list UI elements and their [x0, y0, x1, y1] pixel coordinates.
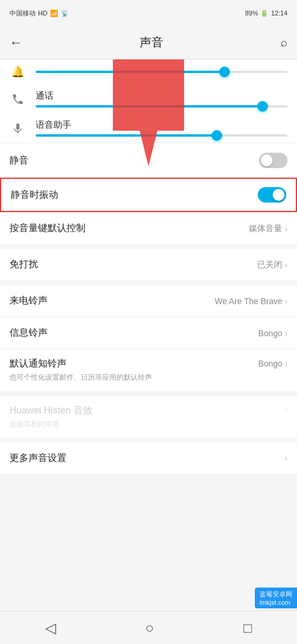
default-notification-sublabel: 也可个性化设置邮件、日历等应用的默认铃声: [10, 372, 176, 383]
call-slider-content: 通话: [36, 90, 287, 108]
default-notification-value: Bongo ›: [258, 359, 287, 368]
voice-thumb[interactable]: [211, 130, 222, 141]
message-ringtone-value: Bongo ›: [258, 329, 287, 338]
incoming-ringtone-chevron: ›: [285, 296, 287, 306]
recent-nav-button[interactable]: □: [229, 615, 267, 641]
ringtone-fill: [36, 71, 225, 73]
dnd-label: 免打扰: [10, 258, 38, 271]
dnd-value-text: 已关闭: [257, 260, 282, 270]
voice-track[interactable]: [36, 134, 287, 137]
message-ringtone-label: 信息铃声: [10, 327, 48, 339]
incoming-ringtone-value: We Are The Brave ›: [214, 296, 287, 306]
ringtone-thumb[interactable]: [219, 67, 230, 77]
histen-label: Huawei Histen 音效: [10, 405, 93, 417]
nav-bar: ← 声音 ⌕: [0, 26, 297, 59]
call-thumb[interactable]: [257, 101, 268, 112]
wifi-icon: 📡: [61, 10, 69, 17]
volume-key-value-text: 媒体音量: [249, 223, 282, 234]
ringtone-slider-content: [36, 71, 287, 73]
ringtone-slider-row: 🔔: [0, 59, 297, 84]
vibrate-label: 静音时振动: [11, 189, 58, 201]
bottom-nav: ◁ ○ □: [0, 611, 297, 644]
message-ringtone-chevron: ›: [285, 329, 287, 338]
message-ringtone-row[interactable]: 信息铃声 Bongo ›: [0, 317, 297, 349]
back-nav-button[interactable]: ◁: [31, 615, 70, 641]
histen-chevron-container: ›: [285, 405, 287, 414]
voice-fill: [36, 134, 217, 137]
dnd-row[interactable]: 免打扰 已关闭 ›: [0, 249, 297, 280]
status-left: 中国移动 HD 📶 📡: [10, 9, 69, 18]
incoming-ringtone-row[interactable]: 来电铃声 We Are The Brave ›: [0, 285, 297, 317]
default-notification-value-text: Bongo: [258, 359, 282, 368]
default-notification-row[interactable]: 默认通知铃声 也可个性化设置邮件、日历等应用的默认铃声 Bongo ›: [0, 349, 297, 391]
dnd-chevron: ›: [285, 260, 287, 270]
settings-content: 🔔 通话: [0, 59, 297, 474]
more-sound-chevron: ›: [285, 453, 287, 463]
call-icon: [10, 93, 26, 106]
battery-text: 89%: [245, 10, 258, 17]
vibrate-toggle[interactable]: [258, 187, 286, 203]
histen-left: Huawei Histen 音效 连接耳机时可用: [10, 405, 93, 430]
default-notification-label: 默认通知铃声: [10, 358, 258, 370]
ringtone-track[interactable]: [36, 71, 287, 73]
call-slider-row: 通话: [0, 84, 297, 113]
signal-icon: 📶: [50, 10, 58, 17]
incoming-ringtone-value-text: We Are The Brave: [214, 296, 282, 306]
network-type: HD: [38, 10, 48, 17]
ringtone-section: 来电铃声 We Are The Brave › 信息铃声 Bongo › 默认通…: [0, 285, 297, 391]
silent-toggle[interactable]: [259, 153, 287, 168]
ringtone-icon: 🔔: [10, 65, 26, 78]
default-notification-chevron: ›: [285, 359, 287, 368]
page-title: 声音: [140, 34, 163, 50]
more-sound-chevron-container: ›: [285, 453, 287, 463]
watermark: 蓝莓安卓网lmkjst.com: [255, 588, 297, 608]
home-nav-button[interactable]: ○: [131, 615, 169, 641]
carrier-text: 中国移动: [10, 9, 36, 18]
histen-row: Huawei Histen 音效 连接耳机时可用 ›: [0, 396, 297, 438]
vibrate-toggle-row[interactable]: 静音时振动: [0, 178, 297, 212]
status-right: 89% 🔋 12:14: [245, 10, 287, 17]
silent-toggle-row[interactable]: 静音: [0, 143, 297, 178]
more-sound-label: 更多声音设置: [10, 452, 67, 465]
default-notification-left: 默认通知铃声 也可个性化设置邮件、日历等应用的默认铃声: [10, 358, 258, 383]
voice-slider-content: 语音助手: [36, 119, 287, 137]
status-bar: 中国移动 HD 📶 📡 89% 🔋 12:14: [0, 0, 297, 26]
call-fill: [36, 105, 263, 108]
time-text: 12:14: [271, 10, 287, 17]
dnd-section: 免打扰 已关闭 ›: [0, 249, 297, 280]
volume-key-value: 媒体音量 ›: [249, 223, 287, 234]
vibrate-toggle-knob: [273, 189, 285, 201]
dnd-value: 已关闭 ›: [257, 260, 287, 270]
call-label: 通话: [36, 90, 287, 102]
more-sound-section: 更多声音设置 ›: [0, 443, 297, 474]
call-track[interactable]: [36, 105, 287, 108]
battery-icon: 🔋: [260, 10, 268, 17]
volume-key-chevron: ›: [285, 224, 287, 233]
back-button[interactable]: ←: [10, 35, 23, 50]
histen-sublabel: 连接耳机时可用: [10, 419, 93, 430]
search-button[interactable]: ⌕: [280, 36, 287, 49]
incoming-ringtone-label: 来电铃声: [10, 295, 48, 307]
histen-chevron: ›: [285, 405, 287, 414]
histen-section: Huawei Histen 音效 连接耳机时可用 ›: [0, 396, 297, 438]
silent-toggle-knob: [261, 154, 273, 166]
message-ringtone-value-text: Bongo: [258, 329, 282, 338]
voice-icon: [10, 122, 26, 135]
slider-section: 🔔 通话: [0, 59, 297, 244]
volume-key-row[interactable]: 按音量键默认控制 媒体音量 ›: [0, 212, 297, 244]
volume-key-label: 按音量键默认控制: [10, 222, 86, 235]
more-sound-row[interactable]: 更多声音设置 ›: [0, 443, 297, 474]
voice-slider-row: 语音助手: [0, 113, 297, 143]
silent-label: 静音: [10, 154, 29, 167]
voice-label: 语音助手: [36, 119, 287, 131]
